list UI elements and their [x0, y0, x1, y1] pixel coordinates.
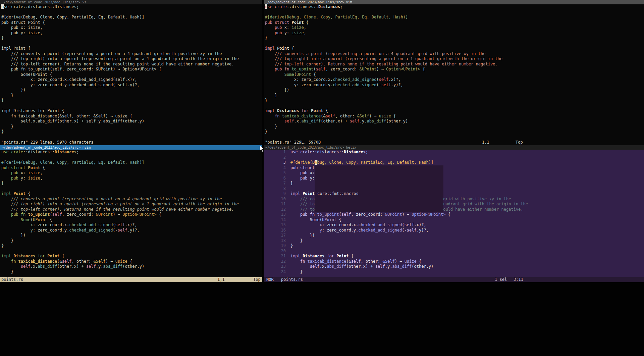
line-number: 2	[266, 155, 290, 160]
code-line: impl Distances for Point {	[1, 254, 262, 259]
code-line: 15 x: zero_coord.x.checked_add_signed(se…	[266, 222, 644, 228]
code-line: #[derive(Debug, Clone, Copy, PartialEq, …	[265, 15, 644, 20]
code-line: x: zero_coord.x.checked_add_signed(self.…	[1, 222, 262, 228]
pane-vim-titlebar[interactable]: ~/dev/advent_of_code_2023/aoc_libs/src> …	[264, 0, 644, 4]
code-line: /// top-left corner). Returns none if th…	[1, 207, 262, 212]
nvim-statusline: points.rs 1,1 Top	[0, 277, 262, 283]
line-number: 5	[266, 170, 290, 176]
code-line: x: zero_coord.x.checked_add_signed(self.…	[1, 77, 262, 83]
code-line: }	[1, 93, 262, 98]
code-line: }	[265, 98, 644, 103]
vim-editor-area[interactable]: use crate::distances::Distances; #[deriv…	[264, 4, 644, 140]
pane-nvim-titlebar[interactable]: ~/dev/advent_of_code_2023/aoc_libs/src> …	[0, 145, 262, 150]
code-line: fn taxicab_distance(&self, other: &Self)…	[1, 259, 262, 264]
line-number: 20	[266, 249, 290, 254]
line-number: 10	[266, 197, 290, 202]
code-line: 17 })	[266, 233, 644, 238]
code-line: pub y: isize,	[1, 176, 262, 181]
line-number: 13	[266, 212, 290, 217]
code-line: /// converts a point (representing a poi…	[265, 51, 644, 57]
code-line: /// converts a point (representing a poi…	[1, 51, 262, 57]
helix-cursor-position: 3:11	[514, 277, 523, 283]
nvim-scroll-position: Top	[253, 277, 261, 283]
pane-vi-titlebar[interactable]: ~/dev/advent_of_code_2023/aoc_libs/src> …	[0, 0, 262, 4]
code-line	[265, 10, 644, 15]
code-line: /// top-right) into a upoint (representi…	[1, 56, 262, 62]
code-line	[1, 135, 262, 140]
code-line: 23 self.x.abs_diff(other.x) + self.y.abs…	[266, 264, 644, 269]
code-line: pub x: isize,	[1, 25, 262, 31]
code-line: /// top-right) into a upoint (representi…	[265, 56, 644, 62]
code-line: impl Distances for Point {	[1, 108, 262, 114]
code-line: Some(UPoint {	[265, 72, 644, 78]
code-line	[1, 155, 262, 160]
pane-vi: ~/dev/advent_of_code_2023/aoc_libs/src> …	[0, 0, 262, 145]
code-line: 13 pub fn to_upoint(self, zero_coord: &U…	[266, 212, 644, 217]
code-line: }	[1, 124, 262, 130]
code-line: pub x: isize,	[1, 170, 262, 176]
code-line	[1, 41, 262, 46]
mouse-pointer-icon	[260, 145, 265, 152]
line-number: 4	[266, 165, 290, 171]
code-line	[265, 41, 644, 46]
code-line: }	[1, 129, 262, 135]
line-number: 1	[266, 150, 290, 155]
code-line: 19}	[266, 243, 644, 249]
code-line: 1use crate::distances::Distances;	[266, 150, 644, 155]
code-line: use crate::distances::Distances;	[1, 4, 262, 10]
line-number: 22	[266, 259, 290, 264]
line-number: 24	[266, 269, 290, 275]
code-line: }	[265, 93, 644, 98]
code-line: 14 Some(UPoint {	[266, 217, 644, 223]
code-line: 24 }	[266, 269, 644, 275]
code-line: }	[265, 129, 644, 135]
code-line: 3#[derive(Debug, Clone, Copy, PartialEq,…	[266, 160, 644, 165]
code-line: /// top-left corner). Returns none if th…	[265, 62, 644, 67]
vi-editor-area[interactable]: use crate::distances::Distances; #[deriv…	[0, 4, 262, 140]
line-number: 14	[266, 217, 290, 223]
code-line: pub fn to_upoint(self, zero_coord: &UPoi…	[265, 67, 644, 72]
code-line: x: zero_coord.x.checked_add_signed(self.…	[265, 77, 644, 83]
code-line: }	[1, 243, 262, 249]
line-number: 18	[266, 238, 290, 244]
line-number: 16	[266, 228, 290, 233]
code-line	[1, 10, 262, 15]
code-line: pub fn to_upoint(self, zero_coord: &UPoi…	[1, 212, 262, 217]
code-line: 22 fn taxicab_distance(&self, other: &Se…	[266, 259, 644, 264]
code-line: self.x.abs_diff(other.x) + self.y.abs_di…	[1, 264, 262, 269]
line-number: 23	[266, 264, 290, 269]
code-line: impl Point {	[1, 191, 262, 197]
code-line: /// converts a point (representing a poi…	[1, 197, 262, 202]
code-line: })	[1, 88, 262, 93]
code-line: self.x.abs_diff(other.x) + self.y.abs_di…	[1, 119, 262, 124]
code-line: fn taxicab_distance(&self, other: &Self)…	[265, 114, 644, 119]
nvim-editor-area[interactable]: use crate::distances::Distances; #[deriv…	[0, 150, 262, 274]
code-line: }	[1, 98, 262, 103]
helix-selection-count: 1 sel	[495, 277, 507, 283]
code-line: #[derive(Debug, Clone, Copy, PartialEq, …	[1, 160, 262, 165]
code-line: y: zero_coord.y.checked_add_signed(-self…	[265, 83, 644, 88]
vi-statusline: "points.rs" 229 lines, 5970 characters	[0, 140, 262, 145]
vi-file-info: "points.rs" 229 lines, 5970 characters	[1, 140, 94, 145]
pane-helix-titlebar[interactable]: ~/dev/advent_of_code_2023/aoc_libs/src> …	[264, 145, 644, 150]
line-number: 19	[266, 243, 290, 249]
code-line: fn taxicab_distance(&self, other: &Self)…	[1, 114, 262, 119]
code-line: 16 y: zero_coord.y.checked_add_signed(-s…	[266, 228, 644, 233]
code-line: }	[1, 269, 262, 275]
nvim-ruler: 1,1	[217, 277, 225, 283]
line-number: 9	[266, 191, 290, 197]
code-line: #[derive(Debug, Clone, Copy, PartialEq, …	[1, 15, 262, 20]
helix-file-name: points.rs	[281, 277, 303, 283]
helix-statusline: NOR points.rs 1 sel 3:11	[264, 277, 644, 283]
line-number: 8	[266, 186, 290, 192]
code-line: })	[1, 233, 262, 238]
code-line: 18 }	[266, 238, 644, 244]
code-line: pub struct Point {	[1, 165, 262, 171]
vim-statusline: "points.rs" 229L, 5970B 1,1 Top	[264, 140, 644, 145]
code-line	[1, 103, 262, 109]
pane-vim: ~/dev/advent_of_code_2023/aoc_libs/src> …	[264, 0, 644, 145]
line-number: 6	[266, 176, 290, 181]
code-line: /// top-right) into a upoint (representi…	[1, 202, 262, 207]
code-line: pub x: isize,	[265, 25, 644, 31]
code-line: impl Point {	[1, 46, 262, 51]
